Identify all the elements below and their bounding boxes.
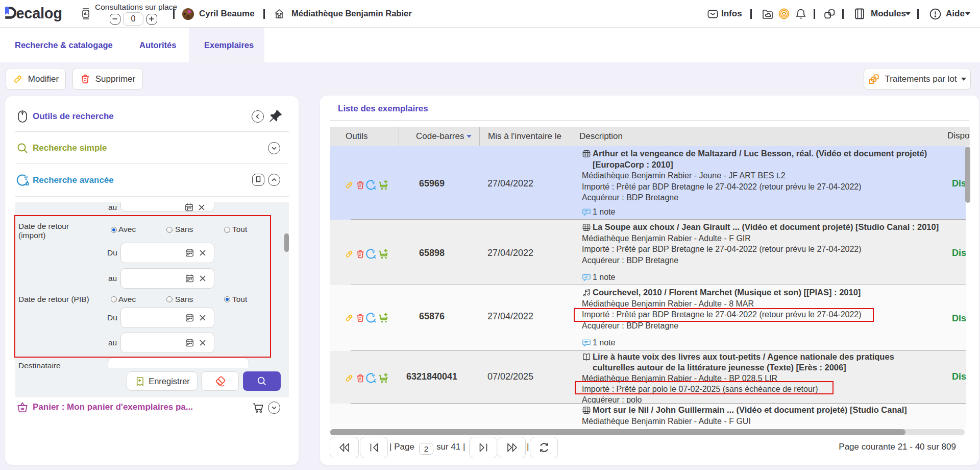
svg-text:ecalog: ecalog	[16, 7, 62, 21]
